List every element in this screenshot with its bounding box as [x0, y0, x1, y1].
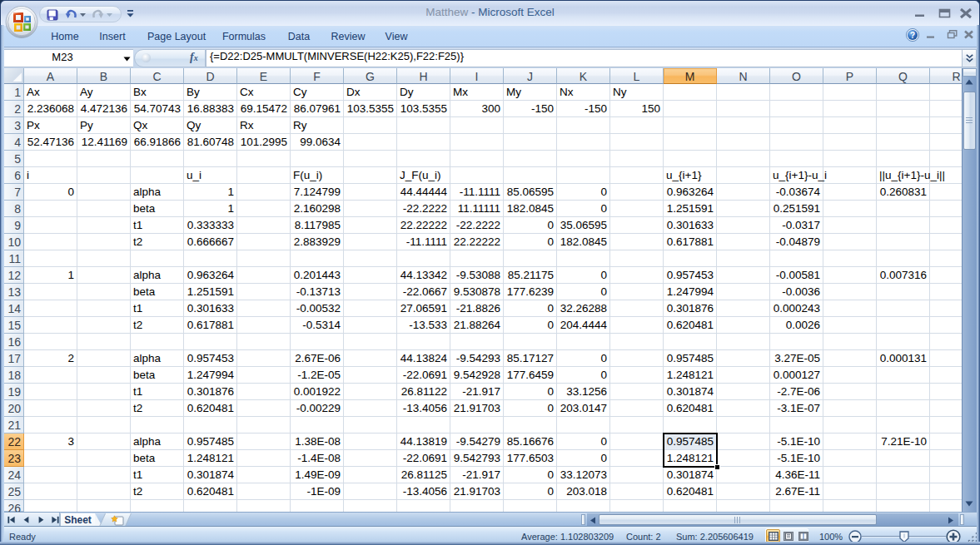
- svg-text:?: ?: [910, 31, 915, 40]
